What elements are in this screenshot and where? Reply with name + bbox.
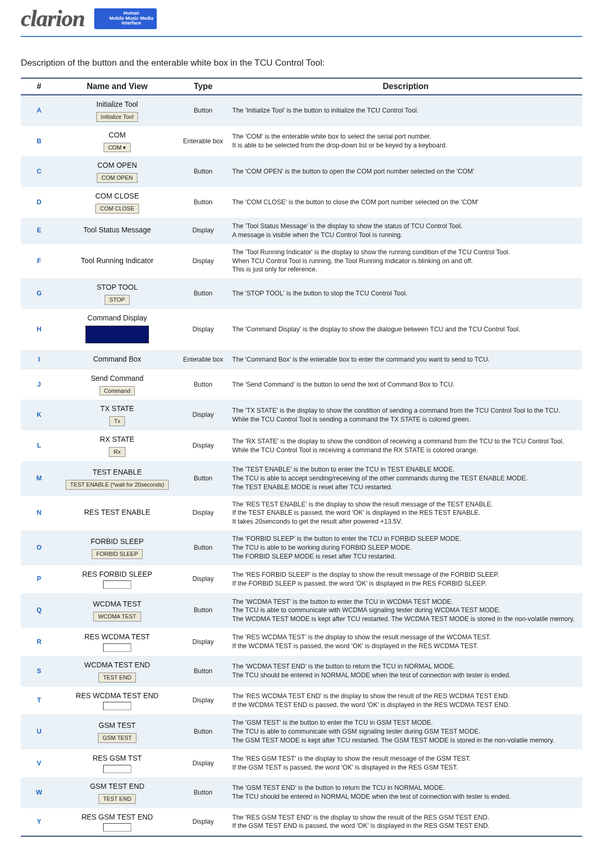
table-row: VRES GSM TSTDisplayThe 'RES GSM TEST' is… (21, 749, 582, 777)
row-id: A (21, 95, 57, 126)
row-id: S (21, 656, 57, 687)
row-name: Tool Running Indicator (57, 244, 177, 279)
row-name: TEST ENABLETEST ENABLE (*wait for 20seco… (57, 461, 177, 496)
row-type: Button (177, 656, 229, 687)
row-description: The 'RES GSM TEST' is the display to sho… (229, 749, 582, 777)
table-row: KTX STATETxDisplayThe 'TX STATE' is the … (21, 400, 582, 430)
row-id: N (21, 496, 57, 531)
readonly-field-icon (103, 702, 131, 710)
row-name: RES GSM TST (57, 749, 177, 777)
row-id: M (21, 461, 57, 496)
row-name: COMCOM ▾ (57, 126, 177, 157)
row-id: W (21, 777, 57, 808)
control-label: FORBID SLEEP (60, 537, 174, 547)
ui-button-icon: TEST END (98, 794, 136, 804)
readonly-field-icon (103, 823, 131, 832)
row-type: Button (177, 95, 229, 126)
row-type: Display (177, 808, 229, 837)
row-type: Display (177, 218, 229, 244)
row-id: H (21, 309, 57, 350)
table-row: ICommand BoxEnterable boxThe 'Command Bo… (21, 350, 582, 369)
row-description: The 'Initialize Tool' is the button to i… (229, 95, 582, 126)
table-row: QWCDMA TESTWCDMA TESTButtonThe 'WCDMA TE… (21, 593, 582, 628)
row-id: C (21, 156, 57, 187)
control-label: COM CLOSE (60, 191, 174, 201)
row-name: Command Box (57, 350, 177, 369)
row-type: Display (177, 309, 229, 350)
row-type: Button (177, 777, 229, 808)
row-description: The 'COM' is the enterable white box to … (229, 126, 582, 157)
ui-button-icon: Initialize Tool (96, 112, 139, 122)
document-header: clarion Human Mobile Music Media Interfa… (21, 5, 582, 36)
row-type: Button (177, 593, 229, 628)
control-label: RES WCDMA TEST (60, 632, 174, 642)
readonly-field-icon (103, 765, 131, 773)
row-type: Button (177, 530, 229, 565)
row-id: O (21, 530, 57, 565)
table-row: CCOM OPENCOM OPENButtonThe 'COM OPEN' is… (21, 156, 582, 187)
row-type: Button (177, 369, 229, 400)
row-name: RES WCDMA TEST END (57, 687, 177, 715)
table-row: PRES FORBID SLEEPDisplayThe 'RES FORBID … (21, 565, 582, 593)
ui-button-icon: TEST ENABLE (*wait for 20seconds) (66, 480, 169, 490)
row-name: GSM TESTGSM TEST (57, 714, 177, 749)
row-name: STOP TOOLSTOP (57, 278, 177, 309)
row-description: The 'RES WCDMA TEST' is the display to s… (229, 628, 582, 656)
ui-button-icon: TEST END (98, 673, 136, 683)
row-id: Y (21, 808, 57, 837)
row-type: Display (177, 749, 229, 777)
control-label: RX STATE (60, 435, 174, 444)
row-name: Initialize ToolInitialize Tool (57, 95, 177, 126)
row-name: WCDMA TEST ENDTEST END (57, 656, 177, 687)
ui-button-icon: WCDMA TEST (93, 612, 141, 622)
row-id: E (21, 218, 57, 244)
table-row: GSTOP TOOLSTOPButtonThe 'STOP TOOL' is t… (21, 278, 582, 309)
brand-badge: Human Mobile Music Media Interface (94, 8, 157, 29)
ui-button-icon: STOP (105, 295, 130, 305)
control-label: Tool Running Indicator (60, 256, 174, 266)
row-id: D (21, 187, 57, 218)
table-row: BCOMCOM ▾Enterable boxThe 'COM' is the e… (21, 126, 582, 157)
row-description: The 'TX STATE' is the display to show th… (229, 400, 582, 430)
control-label: STOP TOOL (60, 282, 174, 292)
col-header-type: Type (177, 78, 229, 95)
ui-button-icon: Rx (109, 447, 125, 457)
table-row: LRX STATERxDisplayThe 'RX STATE' is the … (21, 430, 582, 461)
row-id: F (21, 244, 57, 279)
control-label: Initialize Tool (60, 100, 174, 109)
table-row: FTool Running IndicatorDisplayThe 'Tool … (21, 244, 582, 279)
row-name: COM CLOSECOM CLOSE (57, 187, 177, 218)
row-description: The 'Send Command' is the button to send… (229, 369, 582, 400)
row-name: TX STATETx (57, 400, 177, 430)
row-name: Send CommandCommand (57, 369, 177, 400)
row-description: The 'RES GSM TEST END' is the display to… (229, 808, 582, 837)
row-id: P (21, 565, 57, 593)
row-type: Button (177, 714, 229, 749)
row-id: L (21, 430, 57, 461)
row-id: G (21, 278, 57, 309)
control-label: WCDMA TEST (60, 599, 174, 609)
row-description: The 'WCDMA TEST' is the button to enter … (229, 593, 582, 628)
row-name: Tool Status Message (57, 218, 177, 244)
row-type: Display (177, 400, 229, 430)
row-type: Display (177, 496, 229, 531)
row-description: The 'RES TEST ENABLE' is the display to … (229, 496, 582, 531)
ui-button-icon: COM OPEN (97, 173, 137, 183)
row-id: I (21, 350, 57, 369)
row-name: RES TEST ENABLE (57, 496, 177, 531)
ui-button-icon: FORBID SLEEP (92, 549, 143, 559)
control-label: Command Display (60, 313, 174, 323)
row-description: The 'TEST ENABLE' is the button to enter… (229, 461, 582, 496)
control-label: RES WCDMA TEST END (60, 691, 174, 701)
row-name: RES FORBID SLEEP (57, 565, 177, 593)
row-type: Display (177, 430, 229, 461)
row-type: Enterable box (177, 350, 229, 369)
row-description: The 'STOP TOOL' is the button to stop th… (229, 278, 582, 309)
row-description: The 'Tool Running Indicator' is the disp… (229, 244, 582, 279)
row-id: K (21, 400, 57, 430)
row-name: RES GSM TEST END (57, 808, 177, 837)
table-row: WGSM TEST ENDTEST ENDButtonThe 'GSM TEST… (21, 777, 582, 808)
row-name: Command Display (57, 309, 177, 350)
col-header-desc: Description (229, 78, 582, 95)
brand-logo: clarion (21, 5, 85, 32)
